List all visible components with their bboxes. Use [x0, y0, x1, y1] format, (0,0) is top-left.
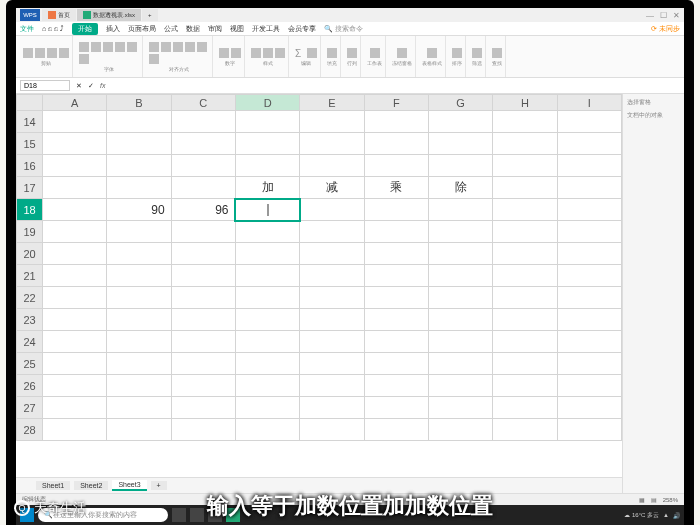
- column-header[interactable]: G: [428, 95, 492, 111]
- ribbon-tab[interactable]: 页面布局: [128, 24, 156, 34]
- sheet-tab-active[interactable]: Sheet3: [112, 480, 146, 491]
- cell[interactable]: [107, 287, 171, 309]
- cell[interactable]: 除: [428, 177, 492, 199]
- ribbon-tab[interactable]: 会员专享: [288, 24, 316, 34]
- cell[interactable]: [364, 111, 428, 133]
- spreadsheet-grid[interactable]: ABCDEFGHI14151617加减乘除1890961920212223242…: [16, 94, 622, 477]
- cell[interactable]: [300, 221, 364, 243]
- document-tab[interactable]: 数据透视表.xlsx: [77, 9, 141, 21]
- app-menu-button[interactable]: WPS: [20, 9, 40, 21]
- cell[interactable]: [300, 419, 364, 441]
- cell[interactable]: [235, 265, 299, 287]
- cell[interactable]: [493, 353, 557, 375]
- cell[interactable]: [107, 221, 171, 243]
- cell[interactable]: [428, 309, 492, 331]
- cell[interactable]: [428, 331, 492, 353]
- cell[interactable]: [300, 309, 364, 331]
- cell[interactable]: [107, 419, 171, 441]
- cell[interactable]: [43, 199, 107, 221]
- row-header[interactable]: 16: [17, 155, 43, 177]
- cell[interactable]: [493, 265, 557, 287]
- row-header[interactable]: 21: [17, 265, 43, 287]
- cell[interactable]: [43, 155, 107, 177]
- row-header[interactable]: 28: [17, 419, 43, 441]
- cell[interactable]: [235, 331, 299, 353]
- cell[interactable]: [493, 419, 557, 441]
- ribbon-tab[interactable]: 数据: [186, 24, 200, 34]
- cell[interactable]: [300, 331, 364, 353]
- cell[interactable]: 90: [107, 199, 171, 221]
- cell[interactable]: [300, 243, 364, 265]
- cell[interactable]: [43, 111, 107, 133]
- cell[interactable]: [171, 397, 235, 419]
- cell[interactable]: [364, 133, 428, 155]
- cell[interactable]: [493, 221, 557, 243]
- cell[interactable]: [428, 155, 492, 177]
- cell[interactable]: [171, 243, 235, 265]
- cell[interactable]: [557, 265, 621, 287]
- cell[interactable]: [171, 111, 235, 133]
- cell[interactable]: [557, 199, 621, 221]
- cell[interactable]: [364, 199, 428, 221]
- cell[interactable]: [493, 287, 557, 309]
- cell[interactable]: [43, 331, 107, 353]
- cell[interactable]: [493, 243, 557, 265]
- cell[interactable]: [493, 331, 557, 353]
- maximize-button[interactable]: ☐: [660, 11, 667, 20]
- cell[interactable]: [557, 111, 621, 133]
- cell[interactable]: 乘: [364, 177, 428, 199]
- cell[interactable]: [235, 243, 299, 265]
- cell[interactable]: [107, 309, 171, 331]
- cell[interactable]: 减: [300, 177, 364, 199]
- cell[interactable]: [428, 111, 492, 133]
- cell[interactable]: [43, 287, 107, 309]
- cell[interactable]: [43, 309, 107, 331]
- cell[interactable]: [300, 111, 364, 133]
- cell[interactable]: [235, 397, 299, 419]
- cell[interactable]: [43, 221, 107, 243]
- cell[interactable]: [43, 375, 107, 397]
- cell[interactable]: [235, 287, 299, 309]
- cell[interactable]: [171, 309, 235, 331]
- cell[interactable]: [428, 199, 492, 221]
- cell[interactable]: [235, 155, 299, 177]
- cancel-icon[interactable]: ✕: [76, 82, 82, 90]
- cell[interactable]: [364, 419, 428, 441]
- cell[interactable]: [171, 419, 235, 441]
- cell[interactable]: [364, 375, 428, 397]
- cell[interactable]: [428, 419, 492, 441]
- cell[interactable]: [300, 397, 364, 419]
- column-header[interactable]: E: [300, 95, 364, 111]
- row-header[interactable]: 27: [17, 397, 43, 419]
- cell[interactable]: [300, 353, 364, 375]
- cell[interactable]: [428, 287, 492, 309]
- row-header[interactable]: 18: [17, 199, 43, 221]
- ribbon-tab[interactable]: 审阅: [208, 24, 222, 34]
- ribbon-tab-active[interactable]: 开始: [72, 23, 98, 35]
- cell[interactable]: [43, 419, 107, 441]
- row-header[interactable]: 17: [17, 177, 43, 199]
- cell[interactable]: [107, 155, 171, 177]
- cell[interactable]: [171, 353, 235, 375]
- cell[interactable]: [171, 375, 235, 397]
- cell[interactable]: [171, 155, 235, 177]
- cell[interactable]: [43, 177, 107, 199]
- cell[interactable]: [364, 287, 428, 309]
- cell[interactable]: [107, 331, 171, 353]
- cell[interactable]: [235, 353, 299, 375]
- cell[interactable]: [557, 331, 621, 353]
- cell[interactable]: [428, 265, 492, 287]
- cell[interactable]: [428, 353, 492, 375]
- row-header[interactable]: 23: [17, 309, 43, 331]
- cell[interactable]: [300, 133, 364, 155]
- add-sheet-button[interactable]: +: [151, 481, 167, 490]
- column-header[interactable]: D: [235, 95, 299, 111]
- cell[interactable]: [557, 353, 621, 375]
- cell[interactable]: [171, 133, 235, 155]
- cell[interactable]: [493, 155, 557, 177]
- cell[interactable]: [493, 177, 557, 199]
- row-header[interactable]: 22: [17, 287, 43, 309]
- cell[interactable]: [364, 243, 428, 265]
- cell[interactable]: [493, 309, 557, 331]
- ribbon-tab[interactable]: 开发工具: [252, 24, 280, 34]
